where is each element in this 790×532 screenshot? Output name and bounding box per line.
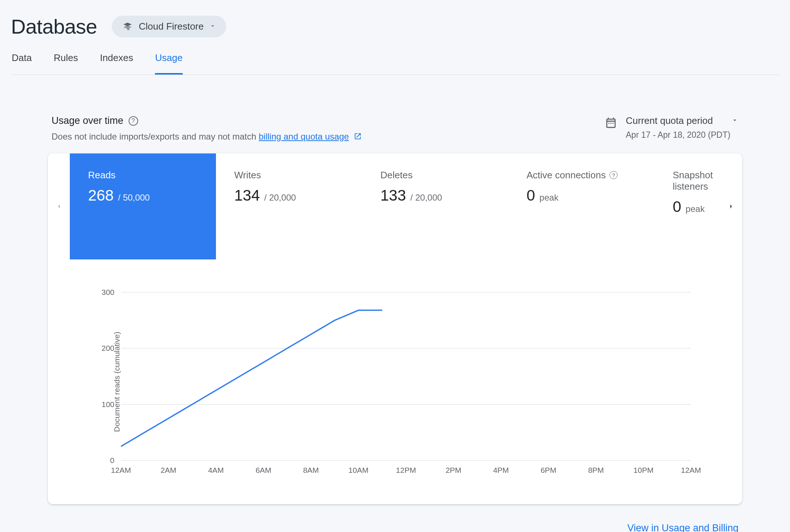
- chart-y-axis-label: Document reads (cumulative): [113, 332, 121, 432]
- metric-writes[interactable]: Writes 134 / 20,000: [216, 153, 362, 259]
- metric-writes-limit: / 20,000: [264, 193, 296, 203]
- help-icon[interactable]: ?: [129, 116, 138, 126]
- svg-text:10PM: 10PM: [634, 466, 654, 474]
- metric-reads[interactable]: Reads 268 / 50,000: [70, 153, 216, 259]
- metric-snapshot-listeners-title: Snapshot listeners: [673, 170, 713, 192]
- chevron-down-icon: [209, 23, 216, 31]
- usage-card: Reads 268 / 50,000 Writes 134 / 20,000: [48, 153, 742, 504]
- svg-text:12AM: 12AM: [111, 466, 131, 474]
- svg-text:8AM: 8AM: [303, 466, 319, 474]
- svg-text:8PM: 8PM: [588, 466, 604, 474]
- page-title: Database: [11, 15, 97, 38]
- tab-indexes[interactable]: Indexes: [100, 49, 133, 75]
- svg-text:2AM: 2AM: [160, 466, 176, 474]
- metric-reads-title: Reads: [88, 170, 115, 181]
- svg-text:12PM: 12PM: [396, 466, 416, 474]
- metric-active-connections-suffix: peak: [539, 193, 558, 203]
- tab-rules[interactable]: Rules: [54, 49, 78, 75]
- metric-active-connections[interactable]: Active connections ? 0 peak: [508, 153, 654, 259]
- chevron-down-icon: [731, 117, 738, 125]
- svg-text:2PM: 2PM: [445, 466, 461, 474]
- quota-period-range: Apr 17 - Apr 18, 2020 (PDT): [626, 130, 738, 140]
- chart-svg: 010020030012AM2AM4AM6AM8AM10AM12PM2PM4PM…: [88, 289, 698, 479]
- usage-subtitle: Does not include imports/exports and may…: [52, 132, 362, 142]
- svg-text:0: 0: [110, 456, 114, 464]
- svg-text:12AM: 12AM: [681, 466, 701, 474]
- metric-reads-limit: / 50,000: [118, 193, 150, 203]
- billing-quota-link[interactable]: billing and quota usage: [259, 132, 349, 141]
- svg-text:10AM: 10AM: [349, 466, 369, 474]
- metric-snapshot-listeners-value: 0: [673, 198, 681, 216]
- scroll-left-button[interactable]: [48, 153, 70, 259]
- usage-over-time-title: Usage over time: [52, 115, 124, 126]
- metric-active-connections-title: Active connections: [527, 170, 606, 181]
- metric-reads-value: 268: [88, 187, 114, 204]
- svg-text:6AM: 6AM: [255, 466, 271, 474]
- metric-writes-title: Writes: [234, 170, 261, 181]
- metric-deletes-limit: / 20,000: [410, 193, 442, 203]
- database-selector[interactable]: Cloud Firestore: [112, 16, 227, 37]
- calendar-icon: [605, 117, 617, 130]
- metric-active-connections-value: 0: [527, 187, 535, 204]
- tabs: Data Rules Indexes Usage: [11, 49, 779, 75]
- tab-data[interactable]: Data: [12, 49, 32, 75]
- metric-snapshot-listeners-suffix: peak: [685, 204, 704, 214]
- external-link-icon: [354, 132, 362, 142]
- tab-usage[interactable]: Usage: [155, 49, 182, 75]
- metric-writes-value: 134: [234, 187, 260, 204]
- quota-period-selector[interactable]: Current quota period Apr 17 - Apr 18, 20…: [626, 115, 738, 140]
- chart: Document reads (cumulative) 010020030012…: [48, 259, 742, 504]
- help-icon[interactable]: ?: [609, 171, 618, 179]
- metric-snapshot-listeners[interactable]: Snapshot listeners 0 peak: [654, 153, 720, 259]
- svg-text:4AM: 4AM: [208, 466, 224, 474]
- svg-text:4PM: 4PM: [493, 466, 509, 474]
- metric-deletes-title: Deletes: [380, 170, 413, 181]
- firestore-icon: [122, 21, 133, 32]
- view-usage-billing-link[interactable]: View in Usage and Billing: [627, 522, 738, 532]
- svg-text:300: 300: [102, 288, 114, 296]
- metric-deletes-value: 133: [380, 187, 406, 204]
- scroll-right-button[interactable]: [720, 153, 742, 259]
- database-selector-label: Cloud Firestore: [139, 21, 204, 32]
- svg-text:6PM: 6PM: [540, 466, 556, 474]
- metric-deletes[interactable]: Deletes 133 / 20,000: [362, 153, 508, 259]
- quota-period-label: Current quota period: [626, 115, 713, 126]
